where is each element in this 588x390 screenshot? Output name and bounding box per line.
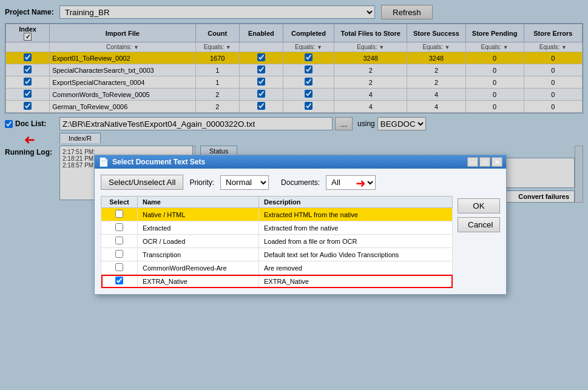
- select-unselect-btn[interactable]: Select/Unselect All: [101, 175, 183, 190]
- modal-row-select[interactable]: [101, 248, 138, 261]
- modal-col-select: Select: [101, 197, 138, 208]
- modal-row-name: Native / HTML: [138, 208, 259, 221]
- modal-maximize-btn[interactable]: □: [479, 157, 490, 167]
- modal-row-description: Are removed: [259, 261, 453, 275]
- modal-action-buttons: OK Cancel: [458, 196, 500, 288]
- modal-row-description: Loaded from a file or from OCR: [259, 235, 453, 248]
- priority-label: Priority:: [189, 178, 214, 187]
- modal-minimize-btn[interactable]: ─: [467, 157, 478, 167]
- modal-row-select[interactable]: [101, 261, 138, 275]
- modal-table: Select Name Description Native / HTML Ex…: [101, 196, 453, 288]
- modal-row-description: Default text set for Audio Video Transcr…: [259, 248, 453, 261]
- modal-table-row[interactable]: OCR / Loaded Loaded from a file or from …: [101, 235, 453, 248]
- modal-row-select[interactable]: [101, 208, 138, 221]
- cancel-button[interactable]: Cancel: [458, 217, 500, 232]
- modal-table-area: Select Name Description Native / HTML Ex…: [101, 196, 500, 288]
- modal-row-description: Extracted HTML from the native: [259, 208, 453, 221]
- modal-overlay: 📄 Select Document Text Sets ─ □ ✕ Select…: [0, 0, 588, 390]
- ok-button[interactable]: OK: [458, 198, 500, 213]
- documents-label: Documents:: [281, 178, 320, 187]
- modal-row-name: OCR / Loaded: [138, 235, 259, 248]
- modal-table-wrapper: Select Name Description Native / HTML Ex…: [101, 196, 453, 288]
- modal-dialog: 📄 Select Document Text Sets ─ □ ✕ Select…: [94, 155, 507, 295]
- modal-body: Select/Unselect All Priority: Normal Hig…: [95, 169, 506, 294]
- modal-row-name: EXTRA_Native: [138, 275, 259, 288]
- modal-row-name: CommonWordRemoved-Are: [138, 261, 259, 275]
- modal-table-row[interactable]: EXTRA_Native EXTRA_Native: [101, 275, 453, 288]
- modal-title-text: Select Document Text Sets: [112, 158, 205, 166]
- modal-table-row[interactable]: Native / HTML Extracted HTML from the na…: [101, 208, 453, 221]
- modal-row-name: Transcription: [138, 248, 259, 261]
- modal-row-description: EXTRA_Native: [259, 275, 453, 288]
- modal-close-btn[interactable]: ✕: [492, 157, 502, 167]
- modal-row-select[interactable]: [101, 221, 138, 235]
- arrow-annotation-documents: ➜: [356, 176, 366, 190]
- documents-select[interactable]: All Selected: [326, 175, 376, 190]
- priority-select[interactable]: Normal High Low: [220, 175, 269, 190]
- main-panel: Project Name: Training_BR Refresh Index …: [0, 0, 588, 390]
- modal-table-row[interactable]: Extracted Extracted from the native: [101, 221, 453, 235]
- modal-table-row[interactable]: CommonWordRemoved-Are Are removed: [101, 261, 453, 275]
- modal-controls: ─ □ ✕: [467, 157, 502, 167]
- modal-titlebar: 📄 Select Document Text Sets ─ □ ✕: [95, 155, 506, 169]
- modal-row-description: Extracted from the native: [259, 221, 453, 235]
- modal-row-name: Extracted: [138, 221, 259, 235]
- modal-table-body: Native / HTML Extracted HTML from the na…: [101, 208, 453, 288]
- modal-row-select[interactable]: [101, 275, 138, 288]
- modal-row-select[interactable]: [101, 235, 138, 248]
- modal-col-name: Name: [138, 197, 259, 208]
- modal-title-icon: 📄: [98, 157, 109, 167]
- modal-col-description: Description: [259, 197, 453, 208]
- modal-top-row: Select/Unselect All Priority: Normal Hig…: [101, 175, 500, 190]
- modal-table-row[interactable]: Transcription Default text set for Audio…: [101, 248, 453, 261]
